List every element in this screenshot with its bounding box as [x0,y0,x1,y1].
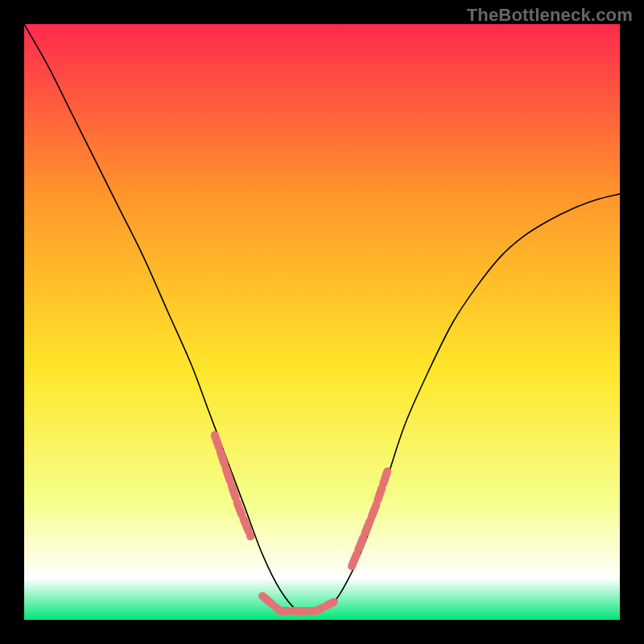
chart-plot [24,24,620,620]
chart-svg [24,24,620,620]
chart-frame: TheBottleneck.com [0,0,644,644]
watermark-text: TheBottleneck.com [467,5,633,26]
chart-background [24,24,620,620]
